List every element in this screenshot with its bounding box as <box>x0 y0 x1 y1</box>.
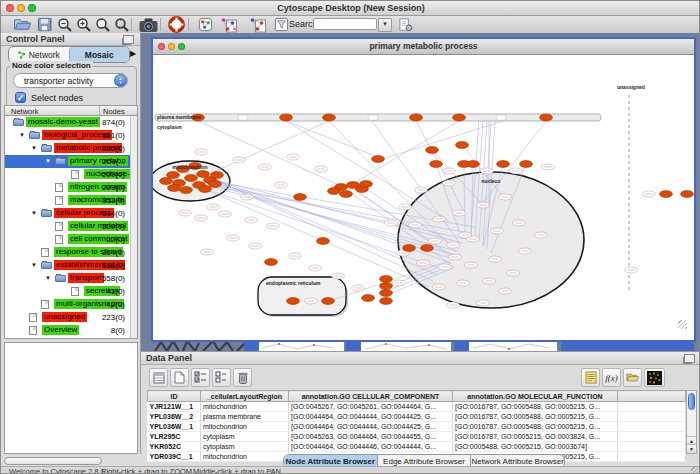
table-cell[interactable]: YPL036W__1 <box>148 422 201 432</box>
network-node[interactable] <box>328 188 341 195</box>
tree-row[interactable]: nucleobase-209(0) <box>5 168 133 181</box>
tree-row[interactable]: multi-organism pro42(0) <box>5 298 133 311</box>
tree-row[interactable]: Overview8(0) <box>5 324 133 337</box>
network-node[interactable] <box>180 187 193 194</box>
help-button[interactable] <box>164 16 188 33</box>
tree-row[interactable]: nitrogen compo209(0) <box>5 181 133 194</box>
scroll-down-button[interactable]: ▼ <box>687 444 696 453</box>
function-builder-button[interactable]: f(x) <box>602 368 621 387</box>
tree-row[interactable]: ▼metabolic process280(0) <box>5 142 133 155</box>
zoom-out-button[interactable] <box>55 16 75 33</box>
attribute-editor-button[interactable] <box>581 368 600 387</box>
table-cell[interactable]: mitochondrion <box>201 422 289 432</box>
network-node[interactable] <box>287 298 300 305</box>
zoom-in-button[interactable] <box>74 16 94 33</box>
table-column-header[interactable]: annotation.GO MOLECULAR_FUNCTION <box>453 391 618 402</box>
zoom-fit-button[interactable] <box>93 16 113 33</box>
tree-header[interactable]: Network Nodes <box>4 105 138 116</box>
membrane-node[interactable] <box>540 114 553 121</box>
network-node[interactable] <box>380 276 393 283</box>
table-cell[interactable] <box>618 422 686 432</box>
tree-node-label[interactable]: unassigned <box>42 312 87 322</box>
network-node[interactable] <box>160 178 173 185</box>
tree-row[interactable]: mosaic-demo-yeast874(0) <box>5 116 133 129</box>
membrane-label-node[interactable] <box>368 115 378 120</box>
network-node[interactable] <box>211 172 224 179</box>
delete-attribute-button[interactable] <box>233 368 252 387</box>
tree-row[interactable]: ▼cellular process614(0) <box>5 207 133 220</box>
table-cell[interactable]: mitochondrion <box>201 452 289 462</box>
birdseye-view-panel[interactable] <box>4 342 138 454</box>
network-node[interactable] <box>360 181 373 188</box>
network-node[interactable] <box>456 142 469 149</box>
background-window-sliver[interactable] <box>259 341 344 351</box>
network-node[interactable] <box>209 181 222 188</box>
membrane-label-node[interactable] <box>496 115 506 120</box>
table-row[interactable]: YLR295Ccytoplasm[GO:0045263, GO:0044464,… <box>148 432 686 442</box>
table-cell[interactable]: [GO:0044464, GO:0044444, GO:0044425, G..… <box>289 412 453 422</box>
minimize-frame-button[interactable] <box>168 43 175 50</box>
select-nodes-checkbox[interactable]: ✓ <box>15 92 26 103</box>
zoom-frame-button[interactable] <box>178 43 185 50</box>
tab-network[interactable]: Network <box>9 47 69 62</box>
table-cell[interactable]: [GO:0044464, GO:0044444, GO:0044425, G..… <box>289 422 453 432</box>
network-node[interactable] <box>185 175 198 182</box>
window-titlebar[interactable]: Cytoscape Desktop (New Session) <box>1 1 700 16</box>
tree-row[interactable]: ▼establishment of lo558(0) <box>5 259 133 272</box>
background-window-titlebar[interactable] <box>561 342 694 351</box>
network-node[interactable] <box>199 186 212 193</box>
zoom-window-button[interactable] <box>28 4 36 12</box>
tree-node-label[interactable]: Overview <box>42 325 79 335</box>
tree-row[interactable]: ▼transport558(0) <box>5 272 133 285</box>
tree-node-label[interactable]: transport <box>68 273 104 283</box>
table-cell[interactable]: YKR052C <box>148 442 201 452</box>
tree-row[interactable]: cellular metabol209(0) <box>5 220 133 233</box>
close-window-button[interactable] <box>6 4 14 12</box>
network-node[interactable] <box>497 161 510 168</box>
table-cell[interactable]: mitochondrion <box>201 402 289 412</box>
node-color-dropdown[interactable]: transporter activity <box>13 73 128 88</box>
more-tabs-button[interactable]: ▶ <box>130 49 136 58</box>
table-cell[interactable]: cytoplasm <box>201 432 289 442</box>
table-column-header[interactable]: _cellularLayoutRegion <box>201 391 289 402</box>
network-node[interactable] <box>520 161 533 168</box>
tree-row[interactable]: cell communicat22(0) <box>5 233 133 246</box>
background-window-edge[interactable] <box>244 342 259 351</box>
table-cell[interactable]: [GO:0045267, GO:0045261, GO:0044464, G..… <box>289 402 453 412</box>
network-node[interactable] <box>426 147 439 154</box>
tree-scrollbar[interactable] <box>130 116 137 338</box>
table-cell[interactable]: [GO:0045263, GO:0044464, GO:0044455, G..… <box>289 432 453 442</box>
table-row[interactable]: YKR052Ccytoplasm[GO:0044464, GO:0044446,… <box>148 442 686 452</box>
table-cell[interactable]: [GO:0016787, GO:0005488, GO:0005215, G..… <box>453 412 618 422</box>
tree-node-label[interactable]: mosaic-demo-yeast <box>26 117 100 127</box>
table-cell[interactable] <box>618 452 686 462</box>
background-window-edge[interactable] <box>454 342 469 351</box>
frame-titlebar[interactable]: primary metabolic process <box>153 39 694 55</box>
background-window-edge[interactable] <box>346 342 361 351</box>
close-frame-button[interactable] <box>158 43 165 50</box>
table-cell[interactable]: [GO:0016787, GO:0005488, GO:0005215, G..… <box>453 422 618 432</box>
table-cell[interactable] <box>618 442 686 452</box>
zoom-selected-button[interactable] <box>112 16 132 33</box>
network-node[interactable] <box>380 290 393 297</box>
table-scrollbar[interactable]: ▲ ▼ <box>686 390 697 454</box>
membrane-node[interactable] <box>323 114 336 121</box>
network-node[interactable] <box>380 283 393 290</box>
network-node[interactable] <box>322 298 335 305</box>
network-node[interactable] <box>168 185 181 192</box>
network-node[interactable] <box>265 259 278 266</box>
table-cell[interactable]: [GO:0016787, GO:0005488, GO:0005215, G..… <box>453 402 618 412</box>
membrane-node[interactable] <box>410 114 423 121</box>
network-node[interactable] <box>317 238 330 245</box>
network-node[interactable] <box>421 245 434 252</box>
network-overview-button[interactable] <box>195 16 215 33</box>
network-node[interactable] <box>294 194 307 201</box>
open-file-button[interactable] <box>11 16 35 33</box>
search-dropdown-button[interactable]: ▼ <box>378 18 392 32</box>
snapshot-button[interactable] <box>135 16 161 33</box>
network-node[interactable] <box>430 161 443 168</box>
expand-triangle-icon[interactable]: ▼ <box>19 132 25 138</box>
network-node[interactable] <box>167 172 180 179</box>
table-cell[interactable] <box>618 402 686 412</box>
scrollbar-thumb[interactable] <box>688 393 695 410</box>
